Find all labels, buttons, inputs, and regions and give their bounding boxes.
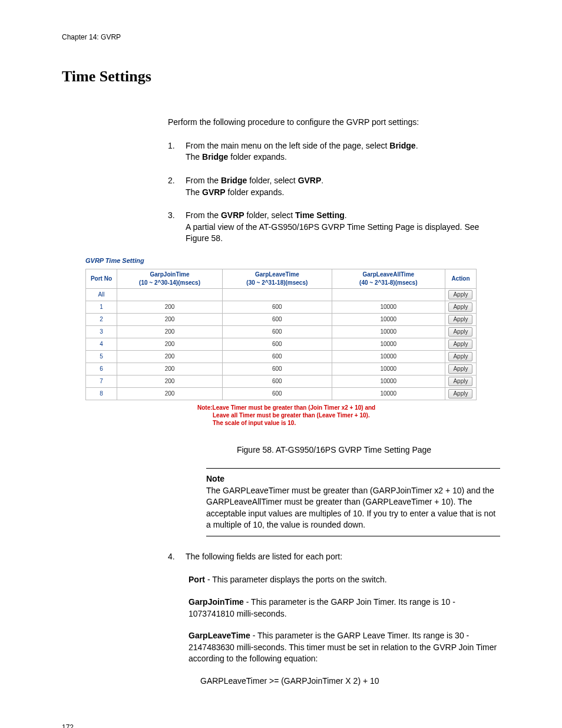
apply-button[interactable]: Apply xyxy=(448,389,472,398)
text: (10 ~ 2^30-14)(msecs) xyxy=(139,279,200,286)
text: GarpLeaveTime xyxy=(255,271,299,278)
cell-action: Apply xyxy=(445,289,476,301)
text: GarpJoinTime xyxy=(150,271,190,278)
cell-jointime: 200 xyxy=(117,388,223,400)
cell-leavealltime: 10000 xyxy=(332,338,445,351)
cell-action: Apply xyxy=(445,363,476,375)
text: folder, select xyxy=(247,176,297,185)
text-bold: GVRP xyxy=(221,210,244,220)
note-block: Note The GARPLeaveTimer must be greater … xyxy=(206,468,500,536)
cell-leavealltime[interactable] xyxy=(332,289,445,301)
text-bold: GVRP xyxy=(202,187,226,197)
field-equation: GARPLeaveTimer >= (GARPJoinTimer X 2) + … xyxy=(200,676,500,687)
cell-jointime[interactable] xyxy=(117,289,223,301)
table-row-all: AllApply xyxy=(86,289,477,301)
apply-button[interactable]: Apply xyxy=(448,302,472,312)
step-body: From the GVRP folder, select Time Settin… xyxy=(186,210,500,245)
cell-leavealltime: 10000 xyxy=(332,301,445,314)
page-title: Time Settings xyxy=(62,66,500,87)
step-1: 1. From the main menu on the left side o… xyxy=(168,140,500,163)
table-row: 620060010000Apply xyxy=(86,363,477,375)
text: Leave all Timer must be greater than (Le… xyxy=(213,411,477,419)
chapter-header: Chapter 14: GVRP xyxy=(62,32,500,42)
cell-jointime: 200 xyxy=(117,363,223,375)
apply-button[interactable]: Apply xyxy=(448,290,472,299)
cell-port: 1 xyxy=(86,301,117,314)
table-row: 520060010000Apply xyxy=(86,351,477,363)
table-row: 220060010000Apply xyxy=(86,314,477,326)
text: GarpLeaveAllTime xyxy=(362,271,414,278)
col-action: Action xyxy=(445,269,476,289)
text: . xyxy=(416,141,418,150)
cell-jointime: 200 xyxy=(117,301,223,314)
cell-leavetime: 600 xyxy=(223,363,332,375)
table-row: 120060010000Apply xyxy=(86,301,477,314)
cell-action: Apply xyxy=(445,375,476,388)
text-bold: GarpJoinTime xyxy=(189,597,244,607)
text: . xyxy=(321,176,323,185)
col-leavetime: GarpLeaveTime (30 ~ 2^31-18)(msecs) xyxy=(223,269,332,289)
cell-leavetime: 600 xyxy=(223,375,332,388)
divider xyxy=(206,468,500,469)
apply-button[interactable]: Apply xyxy=(448,364,472,374)
cell-action: Apply xyxy=(445,351,476,363)
table-row: 420060010000Apply xyxy=(86,338,477,351)
cell-action: Apply xyxy=(445,314,476,326)
step-body: From the main menu on the left side of t… xyxy=(186,140,418,163)
text-bold: Bridge xyxy=(221,176,247,185)
cell-leavetime: 600 xyxy=(223,301,332,314)
text-bold: Port xyxy=(189,575,205,584)
step-2: 2. From the Bridge folder, select GVRP. … xyxy=(168,175,500,198)
cell-leavetime: 600 xyxy=(223,351,332,363)
text-bold: Time Setting xyxy=(295,210,345,220)
field-garpleavetime: GarpLeaveTime - This parameter is the GA… xyxy=(189,630,500,665)
divider xyxy=(206,536,500,536)
cell-leavealltime: 10000 xyxy=(332,388,445,400)
cell-action: Apply xyxy=(445,338,476,351)
text: folder expands. xyxy=(226,187,285,197)
cell-port: 4 xyxy=(86,338,117,351)
step-number: 4. xyxy=(168,551,186,563)
apply-button[interactable]: Apply xyxy=(448,340,472,349)
step-3: 3. From the GVRP folder, select Time Set… xyxy=(168,210,500,245)
cell-port: 7 xyxy=(86,375,117,388)
text: The scale of input value is 10. xyxy=(213,419,477,427)
cell-action: Apply xyxy=(445,326,476,338)
field-port: Port - This parameter displays the ports… xyxy=(189,574,500,586)
cell-port: 8 xyxy=(86,388,117,400)
cell-jointime: 200 xyxy=(117,326,223,338)
apply-button[interactable]: Apply xyxy=(448,315,472,324)
col-jointime: GarpJoinTime (10 ~ 2^30-14)(msecs) xyxy=(117,269,223,289)
text: Note:Leave Timer must be greater than (J… xyxy=(197,404,477,411)
text: folder, select xyxy=(244,210,295,220)
cell-port: All xyxy=(86,289,117,301)
apply-button[interactable]: Apply xyxy=(448,352,472,361)
apply-button[interactable]: Apply xyxy=(448,377,472,386)
text: folder expands. xyxy=(228,152,287,162)
step-4: 4. The following fields are listed for e… xyxy=(168,551,500,563)
step-body: From the Bridge folder, select GVRP. The… xyxy=(186,175,323,198)
step-number: 3. xyxy=(168,210,186,245)
cell-leavetime[interactable] xyxy=(223,289,332,301)
cell-jointime: 200 xyxy=(117,314,223,326)
cell-action: Apply xyxy=(445,388,476,400)
text-bold: Bridge xyxy=(202,152,228,162)
cell-leavetime: 600 xyxy=(223,338,332,351)
apply-button[interactable]: Apply xyxy=(448,327,472,337)
text: The xyxy=(186,152,202,162)
cell-leavealltime: 10000 xyxy=(332,326,445,338)
note-body: The GARPLeaveTimer must be greater than … xyxy=(206,485,500,531)
text: (30 ~ 2^31-18)(msecs) xyxy=(246,279,308,286)
cell-leavetime: 600 xyxy=(223,326,332,338)
cell-leavetime: 600 xyxy=(223,388,332,400)
cell-jointime: 200 xyxy=(117,375,223,388)
text: - This parameter displays the ports on t… xyxy=(205,575,387,584)
cell-leavealltime: 10000 xyxy=(332,363,445,375)
text-bold: GarpLeaveTime xyxy=(189,631,250,640)
text-bold: GVRP xyxy=(298,176,322,185)
text: . xyxy=(345,210,347,220)
cell-jointime: 200 xyxy=(117,338,223,351)
cell-leavealltime: 10000 xyxy=(332,375,445,388)
table-row: 820060010000Apply xyxy=(86,388,477,400)
cell-port: 3 xyxy=(86,326,117,338)
